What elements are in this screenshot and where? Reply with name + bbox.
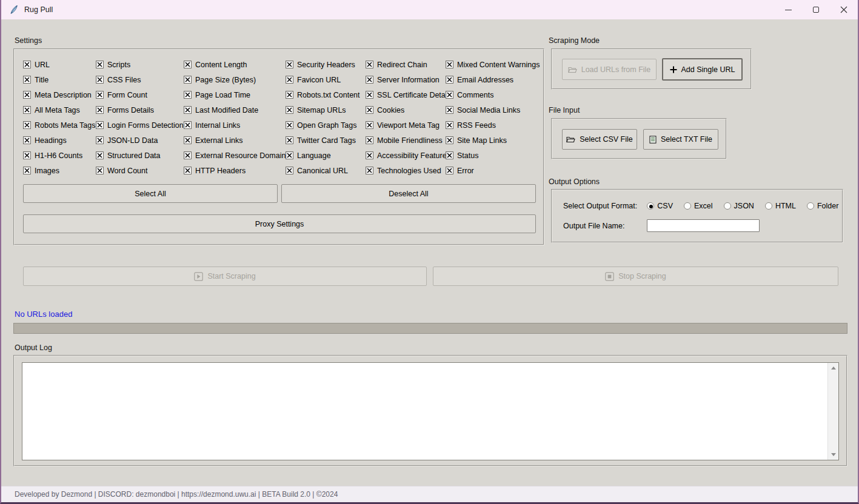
settings-checkbox-item[interactable]: Favicon URL [286, 72, 360, 87]
checkbox-label: Technologies Used [377, 167, 441, 175]
settings-checkbox-item[interactable]: Redirect Chain [366, 57, 453, 72]
main-area: Settings URL Title Meta Description [1, 19, 858, 486]
settings-checkbox-item[interactable]: Meta Description [23, 87, 96, 102]
output-format-label: Select Output Format: [563, 202, 637, 210]
settings-checkbox-item[interactable]: Viewport Meta Tag [366, 118, 453, 133]
checkbox [23, 106, 31, 114]
checkbox [23, 76, 31, 84]
settings-checkbox-item[interactable]: H1-H6 Counts [23, 148, 96, 163]
select-txt-file-button[interactable]: Select TXT File [643, 129, 718, 150]
checkbox [366, 136, 373, 144]
settings-checkbox-item[interactable]: Language [286, 148, 360, 163]
output-format-radio[interactable]: HTML [765, 202, 796, 210]
settings-checkbox-item[interactable]: Site Map Links [446, 133, 540, 148]
checkbox-label: Mixed Content Warnings [457, 61, 540, 69]
output-log-text[interactable] [22, 363, 827, 460]
settings-checkbox-item[interactable]: Title [23, 72, 96, 87]
checkbox [184, 106, 192, 114]
settings-checkbox-item[interactable]: Server Information [366, 72, 453, 87]
start-scraping-button[interactable]: Start Scraping [23, 267, 427, 286]
checkbox-label: Structured Data [107, 151, 161, 160]
settings-checkbox-item[interactable]: Robots.txt Content [286, 87, 360, 102]
checkbox-label: Last Modified Date [195, 106, 258, 114]
proxy-settings-button[interactable]: Proxy Settings [23, 214, 536, 233]
settings-checkbox-item[interactable]: Last Modified Date [184, 102, 290, 118]
scroll-up-button[interactable] [828, 363, 838, 373]
checkbox [184, 151, 192, 159]
settings-checkbox-item[interactable]: Accessibility Features [366, 148, 453, 163]
output-file-name-input[interactable] [647, 219, 760, 232]
stop-scraping-button[interactable]: Stop Scraping [433, 267, 838, 286]
settings-checkbox-item[interactable]: Structured Data [96, 148, 184, 163]
settings-checkbox-item[interactable]: Security Headers [286, 57, 360, 72]
output-log-scrollbar[interactable] [827, 363, 838, 460]
folder-open-icon [566, 136, 575, 143]
check-x-icon [367, 77, 372, 82]
settings-checkbox-item[interactable]: Cookies [366, 102, 453, 118]
output-format-radio[interactable]: JSON [724, 202, 754, 210]
settings-checkbox-item[interactable]: Headings [23, 133, 96, 148]
close-button[interactable] [830, 0, 858, 19]
maximize-button[interactable] [802, 0, 830, 19]
checkbox [446, 91, 453, 99]
settings-checkbox-item[interactable]: HTTP Headers [184, 163, 290, 178]
checkbox [286, 151, 293, 159]
settings-checkbox-item[interactable]: JSON-LD Data [96, 133, 184, 148]
settings-checkbox-item[interactable]: Page Load Time [184, 87, 290, 102]
checkbox [23, 61, 31, 68]
settings-checkbox-item[interactable]: Word Count [96, 163, 184, 178]
settings-checkbox-item[interactable]: CSS Files [96, 72, 184, 87]
output-format-radio[interactable]: CSV [647, 202, 673, 210]
settings-checkbox-item[interactable]: Page Size (Bytes) [184, 72, 290, 87]
settings-checkbox-item[interactable]: Images [23, 163, 96, 178]
add-single-url-button[interactable]: Add Single URL [662, 58, 743, 81]
settings-checkbox-item[interactable]: Login Forms Detection [96, 118, 184, 133]
settings-checkbox-item[interactable]: External Resource Domains [184, 148, 290, 163]
scraping-mode-section-label: Scraping Mode [549, 36, 600, 45]
load-urls-from-file-button[interactable]: Load URLs from File [562, 59, 657, 80]
settings-checkbox-item[interactable]: Content Length [184, 57, 290, 72]
scroll-down-button[interactable] [828, 449, 838, 460]
minimize-button[interactable] [774, 0, 802, 19]
deselect-all-button[interactable]: Deselect All [281, 184, 536, 203]
select-csv-button-label: Select CSV File [580, 135, 633, 144]
settings-checkbox-item[interactable]: URL [23, 57, 96, 72]
settings-checkbox-item[interactable]: Status [446, 148, 540, 163]
check-x-icon [367, 138, 372, 143]
settings-checkbox-item[interactable]: Mobile Friendliness [366, 133, 453, 148]
checkbox-label: Social Media Links [457, 106, 520, 114]
settings-checkbox-item[interactable]: SSL Certificate Details [366, 87, 453, 102]
select-all-button[interactable]: Select All [23, 184, 278, 203]
output-format-radio[interactable]: Excel [684, 202, 713, 210]
check-x-icon [24, 92, 30, 98]
settings-checkbox-item[interactable]: Open Graph Tags [286, 118, 360, 133]
output-log-section-label: Output Log [15, 343, 52, 352]
settings-checkbox-item[interactable]: Sitemap URLs [286, 102, 360, 118]
settings-checkbox-item[interactable]: Internal Links [184, 118, 290, 133]
settings-checkbox-item[interactable]: Technologies Used [366, 163, 453, 178]
settings-checkbox-item[interactable]: Canonical URL [286, 163, 360, 178]
check-x-icon [287, 168, 292, 173]
settings-checkbox-item[interactable]: Scripts [96, 57, 184, 72]
checkbox-label: CSS Files [107, 76, 141, 84]
check-x-icon [447, 62, 452, 67]
settings-checkbox-item[interactable]: Form Count [96, 87, 184, 102]
tk-feather-icon [9, 5, 19, 15]
output-format-radio[interactable]: Folder [807, 202, 838, 210]
settings-checkbox-item[interactable]: Twitter Card Tags [286, 133, 360, 148]
settings-checkbox-item[interactable]: External Links [184, 133, 290, 148]
settings-checkbox-item[interactable]: RSS Feeds [446, 118, 540, 133]
select-csv-file-button[interactable]: Select CSV File [562, 129, 637, 150]
settings-checkbox-item[interactable]: Email Addresses [446, 72, 540, 87]
settings-checkbox-item[interactable]: All Meta Tags [23, 102, 96, 118]
window-controls [774, 0, 858, 19]
settings-checkbox-item[interactable]: Error [446, 163, 540, 178]
checkbox [286, 167, 293, 174]
settings-checkbox-item[interactable]: Comments [446, 87, 540, 102]
settings-checkbox-item[interactable]: Forms Details [96, 102, 184, 118]
radio-icon [647, 202, 654, 210]
settings-checkbox-item[interactable]: Mixed Content Warnings [446, 57, 540, 72]
checkbox [96, 61, 104, 68]
settings-checkbox-item[interactable]: Robots Meta Tags [23, 118, 96, 133]
settings-checkbox-item[interactable]: Social Media Links [446, 102, 540, 118]
